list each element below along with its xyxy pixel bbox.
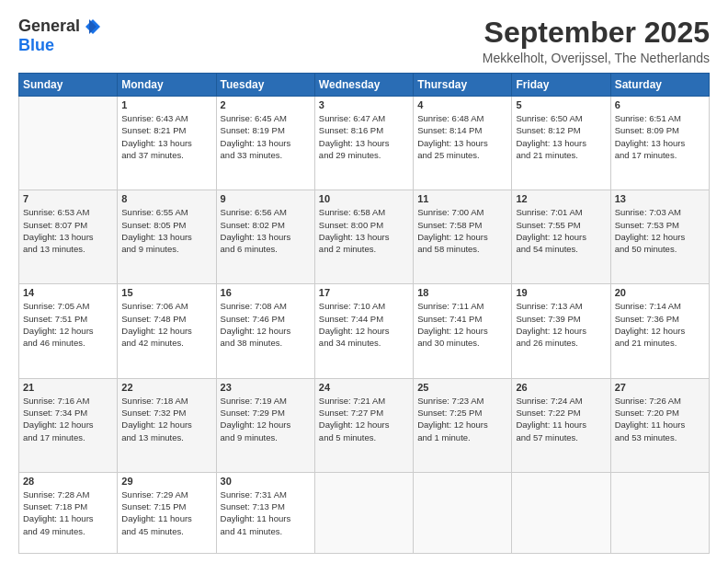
day-info: Sunrise: 7:14 AM Sunset: 7:36 PM Dayligh… [615, 300, 705, 349]
calendar-cell: 22Sunrise: 7:18 AM Sunset: 7:32 PM Dayli… [118, 378, 216, 472]
logo-blue-text: Blue [18, 36, 54, 55]
day-info: Sunrise: 7:10 AM Sunset: 7:44 PM Dayligh… [319, 300, 409, 349]
calendar-cell: 25Sunrise: 7:23 AM Sunset: 7:25 PM Dayli… [414, 378, 512, 472]
calendar-cell [19, 97, 118, 190]
day-info: Sunrise: 7:01 AM Sunset: 7:55 PM Dayligh… [516, 206, 606, 255]
day-number: 2 [221, 99, 311, 110]
day-number: 22 [121, 382, 211, 393]
day-info: Sunrise: 6:55 AM Sunset: 8:05 PM Dayligh… [121, 206, 211, 255]
day-number: 11 [417, 193, 507, 204]
calendar-cell: 17Sunrise: 7:10 AM Sunset: 7:44 PM Dayli… [314, 284, 413, 378]
day-number: 3 [319, 99, 409, 110]
day-number: 20 [615, 287, 705, 298]
calendar-cell: 5Sunrise: 6:50 AM Sunset: 8:12 PM Daylig… [512, 97, 610, 190]
day-number: 25 [417, 382, 507, 393]
page-header: General Blue September 2025 Mekkelholt, … [18, 17, 710, 65]
day-info: Sunrise: 7:13 AM Sunset: 7:39 PM Dayligh… [516, 300, 606, 349]
day-number: 7 [23, 193, 113, 204]
day-info: Sunrise: 7:19 AM Sunset: 7:29 PM Dayligh… [221, 395, 311, 443]
day-number: 21 [23, 382, 113, 393]
day-info: Sunrise: 7:28 AM Sunset: 7:18 PM Dayligh… [23, 488, 113, 537]
day-number: 4 [417, 99, 507, 110]
day-number: 8 [121, 193, 211, 204]
day-number: 27 [615, 382, 705, 393]
day-number: 26 [516, 382, 606, 393]
day-info: Sunrise: 7:31 AM Sunset: 7:13 PM Dayligh… [221, 488, 311, 537]
calendar-cell: 1Sunrise: 6:43 AM Sunset: 8:21 PM Daylig… [118, 97, 216, 190]
calendar-cell: 29Sunrise: 7:29 AM Sunset: 7:15 PM Dayli… [118, 472, 216, 553]
day-number: 13 [615, 193, 705, 204]
day-number: 30 [221, 476, 311, 487]
calendar-cell: 2Sunrise: 6:45 AM Sunset: 8:19 PM Daylig… [216, 97, 314, 190]
calendar-cell: 26Sunrise: 7:24 AM Sunset: 7:22 PM Dayli… [512, 378, 610, 472]
day-number: 15 [121, 287, 211, 298]
day-info: Sunrise: 7:23 AM Sunset: 7:25 PM Dayligh… [417, 395, 507, 443]
calendar-cell: 18Sunrise: 7:11 AM Sunset: 7:41 PM Dayli… [414, 284, 512, 378]
calendar-cell: 4Sunrise: 6:48 AM Sunset: 8:14 PM Daylig… [414, 97, 512, 190]
calendar-week-row: 21Sunrise: 7:16 AM Sunset: 7:34 PM Dayli… [19, 378, 710, 472]
calendar-week-row: 28Sunrise: 7:28 AM Sunset: 7:18 PM Dayli… [19, 472, 710, 553]
day-info: Sunrise: 6:47 AM Sunset: 8:16 PM Dayligh… [319, 112, 409, 161]
calendar-cell: 13Sunrise: 7:03 AM Sunset: 7:53 PM Dayli… [610, 190, 709, 284]
calendar-cell: 20Sunrise: 7:14 AM Sunset: 7:36 PM Dayli… [610, 284, 709, 378]
day-info: Sunrise: 7:16 AM Sunset: 7:34 PM Dayligh… [23, 395, 113, 443]
day-info: Sunrise: 6:48 AM Sunset: 8:14 PM Dayligh… [417, 112, 507, 161]
logo: General Blue [18, 17, 100, 55]
day-info: Sunrise: 7:03 AM Sunset: 7:53 PM Dayligh… [615, 206, 705, 255]
calendar-cell: 10Sunrise: 6:58 AM Sunset: 8:00 PM Dayli… [314, 190, 413, 284]
calendar-cell [414, 472, 512, 553]
day-number: 16 [221, 287, 311, 298]
day-number: 14 [23, 287, 113, 298]
day-info: Sunrise: 6:53 AM Sunset: 8:07 PM Dayligh… [23, 206, 113, 255]
day-info: Sunrise: 7:21 AM Sunset: 7:27 PM Dayligh… [319, 395, 409, 443]
weekday-header-row: Sunday Monday Tuesday Wednesday Thursday… [19, 74, 710, 97]
calendar-cell: 6Sunrise: 6:51 AM Sunset: 8:09 PM Daylig… [610, 97, 709, 190]
day-info: Sunrise: 7:00 AM Sunset: 7:58 PM Dayligh… [417, 206, 507, 255]
calendar-cell: 9Sunrise: 6:56 AM Sunset: 8:02 PM Daylig… [216, 190, 314, 284]
calendar-cell: 14Sunrise: 7:05 AM Sunset: 7:51 PM Dayli… [19, 284, 118, 378]
calendar-week-row: 1Sunrise: 6:43 AM Sunset: 8:21 PM Daylig… [19, 97, 710, 190]
header-monday: Monday [118, 74, 216, 97]
header-saturday: Saturday [610, 74, 709, 97]
calendar-cell: 8Sunrise: 6:55 AM Sunset: 8:05 PM Daylig… [118, 190, 216, 284]
location-subtitle: Mekkelholt, Overijssel, The Netherlands [483, 51, 710, 65]
day-info: Sunrise: 6:45 AM Sunset: 8:19 PM Dayligh… [221, 112, 311, 161]
calendar-cell: 21Sunrise: 7:16 AM Sunset: 7:34 PM Dayli… [19, 378, 118, 472]
day-number: 24 [319, 382, 409, 393]
day-number: 28 [23, 476, 113, 487]
header-wednesday: Wednesday [314, 74, 413, 97]
day-number: 9 [221, 193, 311, 204]
calendar-week-row: 14Sunrise: 7:05 AM Sunset: 7:51 PM Dayli… [19, 284, 710, 378]
day-number: 23 [221, 382, 311, 393]
day-info: Sunrise: 6:51 AM Sunset: 8:09 PM Dayligh… [615, 112, 705, 161]
day-info: Sunrise: 6:56 AM Sunset: 8:02 PM Dayligh… [221, 206, 311, 255]
calendar-cell: 3Sunrise: 6:47 AM Sunset: 8:16 PM Daylig… [314, 97, 413, 190]
day-number: 18 [417, 287, 507, 298]
calendar-cell: 15Sunrise: 7:06 AM Sunset: 7:48 PM Dayli… [118, 284, 216, 378]
calendar-cell: 27Sunrise: 7:26 AM Sunset: 7:20 PM Dayli… [610, 378, 709, 472]
day-info: Sunrise: 7:29 AM Sunset: 7:15 PM Dayligh… [121, 488, 211, 537]
calendar-cell: 11Sunrise: 7:00 AM Sunset: 7:58 PM Dayli… [414, 190, 512, 284]
day-number: 10 [319, 193, 409, 204]
calendar-cell [512, 472, 610, 553]
header-sunday: Sunday [19, 74, 118, 97]
day-number: 5 [516, 99, 606, 110]
header-tuesday: Tuesday [216, 74, 314, 97]
header-friday: Friday [512, 74, 610, 97]
calendar-cell: 16Sunrise: 7:08 AM Sunset: 7:46 PM Dayli… [216, 284, 314, 378]
day-info: Sunrise: 6:43 AM Sunset: 8:21 PM Dayligh… [121, 112, 211, 161]
logo-general-text: General [18, 17, 80, 36]
calendar-cell: 7Sunrise: 6:53 AM Sunset: 8:07 PM Daylig… [19, 190, 118, 284]
day-info: Sunrise: 7:06 AM Sunset: 7:48 PM Dayligh… [121, 300, 211, 349]
calendar-cell: 24Sunrise: 7:21 AM Sunset: 7:27 PM Dayli… [314, 378, 413, 472]
day-number: 1 [121, 99, 211, 110]
calendar-cell: 30Sunrise: 7:31 AM Sunset: 7:13 PM Dayli… [216, 472, 314, 553]
logo-icon [82, 17, 100, 36]
calendar-cell [314, 472, 413, 553]
calendar-cell: 28Sunrise: 7:28 AM Sunset: 7:18 PM Dayli… [19, 472, 118, 553]
day-info: Sunrise: 7:11 AM Sunset: 7:41 PM Dayligh… [417, 300, 507, 349]
title-section: September 2025 Mekkelholt, Overijssel, T… [483, 17, 710, 65]
day-number: 19 [516, 287, 606, 298]
day-number: 29 [121, 476, 211, 487]
day-info: Sunrise: 7:18 AM Sunset: 7:32 PM Dayligh… [121, 395, 211, 443]
